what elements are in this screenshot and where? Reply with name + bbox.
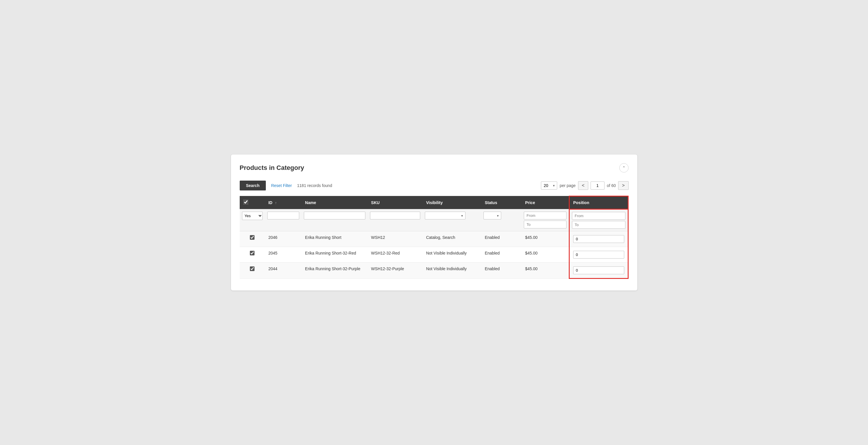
row-checkbox-cell bbox=[240, 263, 265, 279]
row-select-checkbox[interactable] bbox=[250, 266, 254, 271]
name-filter-input[interactable] bbox=[304, 212, 365, 219]
status-filter-select[interactable]: Enabled Disabled bbox=[484, 212, 501, 219]
products-table: ID ↑ Name SKU Visibility Status Price Po… bbox=[240, 196, 628, 279]
row-price: $45.00 bbox=[522, 263, 569, 279]
panel-title: Products in Category bbox=[240, 164, 304, 172]
sort-icon: ↑ bbox=[275, 201, 277, 205]
row-status: Enabled bbox=[481, 263, 522, 279]
row-select-checkbox[interactable] bbox=[250, 235, 254, 240]
row-sku: WSH12-32-Red bbox=[368, 247, 423, 263]
row-price: $45.00 bbox=[522, 231, 569, 247]
row-position bbox=[569, 231, 628, 247]
row-visibility: Not Visible Individually bbox=[423, 247, 481, 263]
filter-status-cell: Enabled Disabled bbox=[481, 209, 522, 231]
header-price[interactable]: Price bbox=[522, 196, 569, 209]
per-page-select-container: 20 50 100 200 bbox=[541, 181, 557, 190]
filter-position-cell bbox=[569, 209, 628, 231]
filter-id-cell bbox=[265, 209, 302, 231]
row-select-checkbox[interactable] bbox=[250, 251, 254, 255]
incategory-filter-select[interactable]: Yes No Any bbox=[242, 212, 262, 220]
prev-page-button[interactable]: < bbox=[578, 181, 588, 190]
table-row: 2046 Erika Running Short WSH12 Catalog, … bbox=[240, 231, 628, 247]
visibility-select-wrapper: Catalog, Search Catalog Search Not Visib… bbox=[425, 212, 465, 219]
position-value-input[interactable] bbox=[573, 251, 624, 259]
row-position bbox=[569, 263, 628, 279]
products-in-category-panel: Products in Category ⌃ Search Reset Filt… bbox=[231, 155, 637, 291]
table-header-row: ID ↑ Name SKU Visibility Status Price Po… bbox=[240, 196, 628, 209]
position-to-input[interactable] bbox=[572, 221, 625, 229]
pagination-controls: 20 50 100 200 per page < of 60 > bbox=[541, 181, 628, 190]
position-value-input[interactable] bbox=[573, 235, 624, 243]
select-all-checkbox[interactable] bbox=[243, 200, 248, 205]
panel-header: Products in Category ⌃ bbox=[240, 163, 628, 172]
row-status: Enabled bbox=[481, 247, 522, 263]
price-to-input[interactable] bbox=[524, 220, 566, 229]
header-name[interactable]: Name bbox=[302, 196, 368, 209]
id-filter-input[interactable] bbox=[267, 212, 299, 219]
filter-row: Yes No Any bbox=[240, 209, 628, 231]
row-name: Erika Running Short-32-Red bbox=[302, 247, 368, 263]
price-from-input[interactable] bbox=[524, 212, 566, 219]
row-id: 2044 bbox=[265, 263, 302, 279]
row-checkbox-cell bbox=[240, 231, 265, 247]
position-from-input[interactable] bbox=[572, 212, 625, 220]
search-button[interactable]: Search bbox=[240, 181, 266, 191]
table-row: 2045 Erika Running Short-32-Red WSH12-32… bbox=[240, 247, 628, 263]
row-visibility: Not Visible Individually bbox=[423, 263, 481, 279]
toolbar: Search Reset Filter 1181 records found 2… bbox=[240, 181, 628, 191]
status-select-wrapper: Enabled Disabled bbox=[484, 212, 501, 219]
filter-incategory-cell: Yes No Any bbox=[240, 209, 265, 231]
filter-visibility-cell: Catalog, Search Catalog Search Not Visib… bbox=[423, 209, 481, 231]
filter-name-cell bbox=[302, 209, 368, 231]
next-page-button[interactable]: > bbox=[618, 181, 628, 190]
row-sku: WSH12-32-Purple bbox=[368, 263, 423, 279]
reset-filter-button[interactable]: Reset Filter bbox=[271, 183, 292, 188]
per-page-select-wrapper: 20 50 100 200 per page bbox=[541, 181, 576, 190]
table-row: 2044 Erika Running Short-32-Purple WSH12… bbox=[240, 263, 628, 279]
filter-sku-cell bbox=[368, 209, 423, 231]
row-id: 2045 bbox=[265, 247, 302, 263]
header-status[interactable]: Status bbox=[481, 196, 522, 209]
row-price: $45.00 bbox=[522, 247, 569, 263]
filter-price-cell bbox=[522, 209, 569, 231]
page-number-input[interactable] bbox=[591, 181, 604, 190]
header-sku[interactable]: SKU bbox=[368, 196, 423, 209]
position-value-input[interactable] bbox=[573, 266, 624, 274]
header-checkbox-cell bbox=[240, 196, 265, 209]
per-page-label: per page bbox=[559, 183, 576, 188]
row-id: 2046 bbox=[265, 231, 302, 247]
row-status: Enabled bbox=[481, 231, 522, 247]
records-count: 1181 records found bbox=[297, 183, 332, 188]
page-total: of 60 bbox=[607, 183, 616, 188]
row-name: Erika Running Short-32-Purple bbox=[302, 263, 368, 279]
row-sku: WSH12 bbox=[368, 231, 423, 247]
row-name: Erika Running Short bbox=[302, 231, 368, 247]
row-visibility: Catalog, Search bbox=[423, 231, 481, 247]
yes-select-wrapper: Yes No Any bbox=[242, 212, 262, 220]
collapse-button[interactable]: ⌃ bbox=[619, 163, 628, 172]
visibility-filter-select[interactable]: Catalog, Search Catalog Search Not Visib… bbox=[425, 212, 465, 219]
per-page-select[interactable]: 20 50 100 200 bbox=[541, 181, 557, 190]
header-id[interactable]: ID ↑ bbox=[265, 196, 302, 209]
header-visibility[interactable]: Visibility bbox=[423, 196, 481, 209]
sku-filter-input[interactable] bbox=[370, 212, 421, 219]
header-position[interactable]: Position bbox=[569, 196, 628, 209]
row-position bbox=[569, 247, 628, 263]
row-checkbox-cell bbox=[240, 247, 265, 263]
